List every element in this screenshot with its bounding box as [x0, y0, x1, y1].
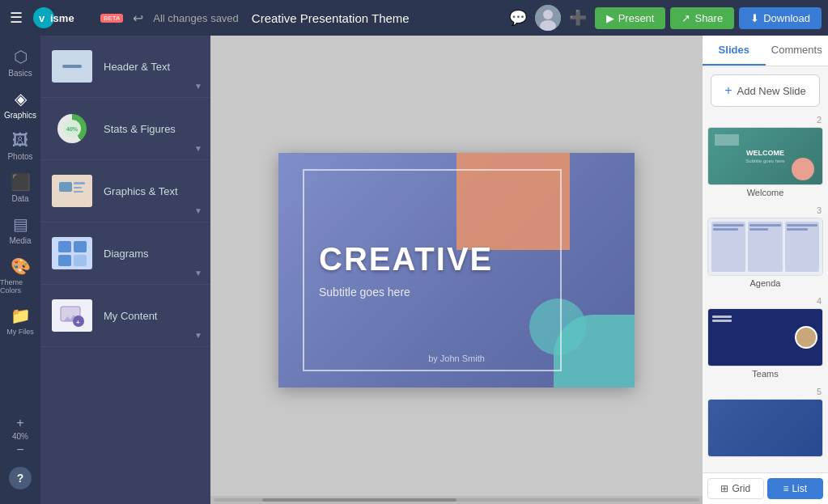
expand-icon-diagrams: ▼: [194, 269, 202, 277]
zoom-minus[interactable]: −: [16, 443, 23, 457]
topbar-actions: 💬 ➕ ▶ Present ↗ Share ⬇ Download: [506, 5, 822, 31]
avatar[interactable]: [535, 5, 561, 31]
header-text-thumb: [52, 50, 92, 83]
panel-label-graphics-text: Graphics & Text: [104, 185, 178, 197]
saved-status: All changes saved: [153, 12, 239, 24]
sidebar-item-my-files[interactable]: 📁 My Files: [0, 301, 40, 341]
share-button[interactable]: ↗ Share: [670, 7, 734, 29]
panel-label-diagrams: Diagrams: [104, 248, 149, 260]
thumb-welcome-text: WELCOME: [746, 149, 784, 157]
sidebar-item-media[interactable]: ▤ Media: [0, 210, 40, 250]
tab-comments[interactable]: Comments: [766, 36, 829, 66]
zoom-controls: + 40% −: [12, 416, 28, 457]
data-icon: ⬛: [11, 172, 31, 192]
slide-thumb-item-5: 5: [707, 387, 823, 463]
svg-rect-9: [74, 191, 83, 193]
expand-icon-graphics: ▼: [194, 206, 202, 215]
diagram-box-4: [74, 255, 87, 266]
sidebar-item-photos[interactable]: 🖼 Photos: [0, 126, 40, 166]
scrollbar-thumb: [262, 498, 456, 502]
slide-num-3: 3: [707, 205, 823, 215]
sidebar-item-basics[interactable]: ⬡ Basics: [0, 42, 40, 83]
slide-thumb-2[interactable]: WELCOME Subtitle goes here: [707, 127, 823, 185]
my-content-svg: +: [57, 303, 87, 328]
menu-icon[interactable]: ☰: [6, 6, 26, 30]
grid-view-button[interactable]: ⊞ Grid: [707, 478, 764, 499]
add-collaborator-btn[interactable]: ➕: [566, 6, 590, 30]
agenda-line-6: [787, 228, 809, 231]
diagram-box-2: [74, 241, 87, 252]
list-view-button[interactable]: ≡ List: [767, 478, 824, 499]
svg-text:+: +: [76, 319, 80, 326]
thumb-agenda-bg: [708, 218, 822, 275]
graphics-icon: ◈: [15, 89, 27, 108]
document-title[interactable]: Creative Presentation Theme: [252, 11, 499, 25]
panel-item-my-content[interactable]: + My Content ▼: [40, 285, 210, 346]
chat-icon-btn[interactable]: 💬: [506, 6, 530, 30]
zoom-level: 40%: [12, 432, 28, 441]
svg-rect-7: [74, 182, 85, 184]
present-button[interactable]: ▶ Present: [595, 7, 666, 29]
visme-logo-svg: v isme: [32, 6, 97, 29]
slide-thumb-5[interactable]: [707, 399, 823, 457]
photos-icon: 🖼: [12, 131, 28, 150]
my-files-icon: 📁: [11, 306, 31, 325]
expand-icon-header: ▼: [194, 82, 202, 91]
slide-canvas[interactable]: CREATIVE Subtitle goes here by John Smit…: [278, 153, 635, 388]
basics-icon: ⬡: [14, 47, 28, 66]
slide-num-4: 4: [707, 296, 823, 306]
slides-list: 2 WELCOME Subtitle goes here Welcome 3: [703, 115, 828, 472]
undo-icon[interactable]: ↩: [133, 11, 143, 26]
slide-thumb-3[interactable]: [707, 218, 823, 276]
scrollbar-track: [214, 498, 699, 502]
donut-inner: 40%: [63, 120, 81, 138]
slide-content: CREATIVE Subtitle goes here: [319, 185, 546, 355]
panel-item-header-text[interactable]: Header & Text ▼: [40, 36, 210, 97]
slide-num-2: 2: [707, 115, 823, 125]
teams-line-2: [712, 320, 732, 322]
add-new-slide-button[interactable]: + Add New Slide: [711, 74, 820, 107]
panel-label-my-content: My Content: [104, 310, 157, 322]
logo: v isme BETA: [32, 6, 123, 29]
panel-item-graphics-text[interactable]: Graphics & Text ▼: [40, 160, 210, 222]
expand-icon-stats: ▼: [194, 144, 202, 153]
slide-thumb-4[interactable]: [707, 308, 823, 366]
panel-section-my-content: + My Content ▼: [40, 285, 210, 347]
main-layout: ⬡ Basics ◈ Graphics 🖼 Photos ⬛ Data ▤ Me…: [0, 36, 828, 504]
my-content-thumb: +: [52, 299, 92, 332]
slide-title: CREATIVE: [319, 241, 546, 277]
slide-thumb-item-2: 2 WELCOME Subtitle goes here Welcome: [707, 115, 823, 201]
thumb-welcome-sub: Subtitle goes here: [745, 159, 784, 163]
sidebar-item-theme-colors[interactable]: 🎨 Theme Colors: [0, 252, 40, 299]
right-tabs: Slides Comments: [703, 36, 828, 66]
sidebar-item-data[interactable]: ⬛ Data: [0, 167, 40, 208]
sidebar-item-graphics[interactable]: ◈ Graphics: [0, 84, 40, 125]
thumb-teams-text-lines: [712, 316, 732, 322]
zoom-plus[interactable]: +: [16, 416, 23, 430]
svg-text:isme: isme: [50, 12, 74, 24]
diagram-row-1: [58, 241, 87, 252]
side-panel: Header & Text ▼ 40% Stats & Figures ▼: [40, 36, 210, 504]
present-icon: ▶: [606, 12, 614, 24]
slide-thumb-item-3: 3: [707, 205, 823, 291]
slide-subtitle: Subtitle goes here: [319, 286, 546, 299]
download-icon: ⬇: [750, 12, 759, 24]
panel-item-diagrams[interactable]: Diagrams ▼: [40, 222, 210, 284]
topbar: ☰ v isme BETA ↩ All changes saved Creati…: [0, 0, 828, 36]
panel-item-stats[interactable]: 40% Stats & Figures ▼: [40, 98, 210, 159]
panel-label-header-text: Header & Text: [104, 61, 170, 73]
tab-slides[interactable]: Slides: [703, 36, 766, 66]
help-button[interactable]: ?: [9, 467, 32, 489]
download-button[interactable]: ⬇ Download: [739, 7, 822, 29]
canvas-scrollbar[interactable]: [210, 496, 703, 504]
media-icon: ▤: [13, 214, 28, 234]
right-panel-bottom: ⊞ Grid ≡ List: [703, 472, 828, 504]
diagram-box-1: [58, 241, 71, 252]
slide-label-4: Teams: [707, 369, 823, 382]
thumb-teams-bg: [708, 309, 822, 366]
agenda-line-3: [749, 224, 780, 227]
list-icon: ≡: [783, 483, 788, 494]
share-icon: ↗: [682, 12, 690, 24]
slide-label-5: [707, 460, 823, 463]
avatar-img: [535, 5, 561, 31]
